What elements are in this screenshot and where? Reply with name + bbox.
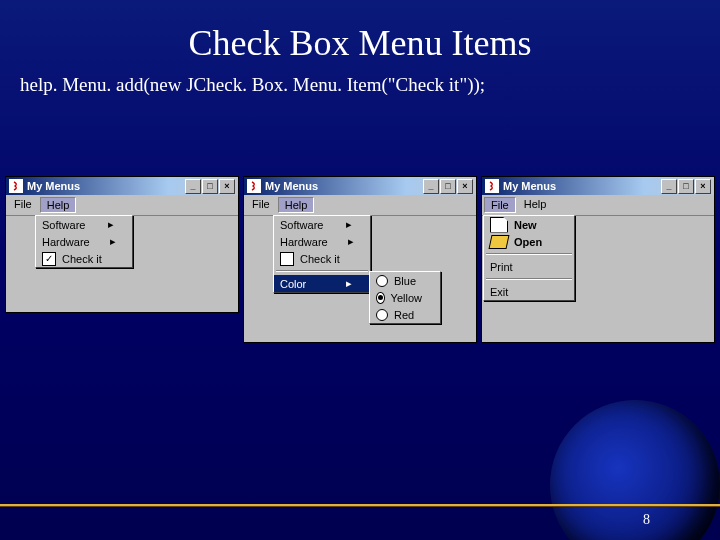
menu-item-hardware[interactable]: Hardware ▸ [36,233,132,250]
checkbox-icon [280,252,294,266]
menu-item-label: Open [514,236,542,248]
code-example: help. Menu. add(new JCheck. Box. Menu. I… [0,64,720,96]
menu-item-check-it[interactable]: Check it [36,250,132,267]
menu-item-check-it[interactable]: Check it [274,250,370,267]
page-number: 8 [643,512,650,528]
menu-item-label: Blue [394,275,416,287]
file-dropdown: New Open Print Exit [483,215,575,301]
menu-item-blue[interactable]: Blue [370,272,440,289]
menu-item-label: Check it [300,253,340,265]
minimize-button[interactable]: _ [185,179,201,194]
menubar: File Help [244,195,476,216]
menu-help[interactable]: Help [40,197,77,213]
menu-separator [486,253,572,255]
screenshot-row: My Menus _ □ × File Help Software ▸ Hard… [0,176,720,343]
menu-item-label: Hardware [280,236,328,248]
submenu-arrow-icon: ▸ [326,218,352,231]
menu-item-label: Exit [490,286,508,298]
menu-item-label: Yellow [391,292,422,304]
open-folder-icon [489,235,510,249]
window-2: My Menus _ □ × File Help Software ▸ Hard… [243,176,477,343]
radio-icon [376,292,385,304]
window-title: My Menus [503,180,556,192]
maximize-button[interactable]: □ [440,179,456,194]
new-file-icon [490,217,508,233]
menu-item-label: New [514,219,537,231]
minimize-button[interactable]: _ [661,179,677,194]
menu-file[interactable]: File [246,197,276,213]
titlebar: My Menus _ □ × [244,177,476,195]
menu-item-label: Software [42,219,85,231]
slide-title: Check Box Menu Items [0,0,720,64]
java-icon [247,179,261,193]
close-button[interactable]: × [457,179,473,194]
menu-item-label: Software [280,219,323,231]
radio-icon [376,309,388,321]
window-title: My Menus [27,180,80,192]
menu-item-software[interactable]: Software ▸ [36,216,132,233]
maximize-button[interactable]: □ [678,179,694,194]
menu-item-color[interactable]: Color ▸ [274,275,370,292]
menu-item-software[interactable]: Software ▸ [274,216,370,233]
menu-item-label: Hardware [42,236,90,248]
color-submenu: Blue Yellow Red [369,271,441,324]
submenu-arrow-icon: ▸ [328,235,354,248]
help-dropdown: Software ▸ Hardware ▸ Check it Color ▸ [273,215,371,293]
menu-item-label: Print [490,261,513,273]
menu-item-label: Red [394,309,414,321]
menu-item-yellow[interactable]: Yellow [370,289,440,306]
minimize-button[interactable]: _ [423,179,439,194]
window-3: My Menus _ □ × File Help New Open [481,176,715,343]
menu-item-hardware[interactable]: Hardware ▸ [274,233,370,250]
close-button[interactable]: × [695,179,711,194]
menu-separator [276,270,368,272]
submenu-arrow-icon: ▸ [88,218,114,231]
menu-item-label: Color [280,278,306,290]
window-1: My Menus _ □ × File Help Software ▸ Hard… [5,176,239,313]
help-dropdown: Software ▸ Hardware ▸ Check it [35,215,133,268]
java-icon [485,179,499,193]
menu-item-label: Check it [62,253,102,265]
menubar: File Help [482,195,714,216]
menu-item-red[interactable]: Red [370,306,440,323]
java-icon [9,179,23,193]
checkbox-icon [42,252,56,266]
submenu-arrow-icon: ▸ [90,235,116,248]
maximize-button[interactable]: □ [202,179,218,194]
menu-help[interactable]: Help [278,197,315,213]
menu-item-print[interactable]: Print [484,258,574,275]
titlebar: My Menus _ □ × [482,177,714,195]
menu-item-exit[interactable]: Exit [484,283,574,300]
close-button[interactable]: × [219,179,235,194]
window-title: My Menus [265,180,318,192]
globe-decoration [550,400,720,540]
menu-item-new[interactable]: New [484,216,574,233]
titlebar: My Menus _ □ × [6,177,238,195]
menu-separator [486,278,572,280]
menu-help[interactable]: Help [518,197,553,213]
menu-item-open[interactable]: Open [484,233,574,250]
submenu-arrow-icon: ▸ [326,277,352,290]
menu-file[interactable]: File [484,197,516,213]
footer-divider [0,504,720,506]
menubar: File Help [6,195,238,216]
radio-icon [376,275,388,287]
menu-file[interactable]: File [8,197,38,213]
